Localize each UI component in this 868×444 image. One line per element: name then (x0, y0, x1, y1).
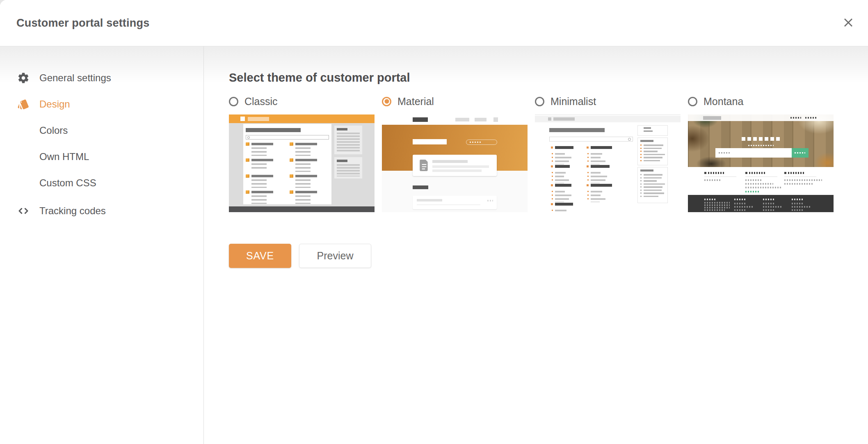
sidebar-item-label: Design (39, 98, 70, 110)
customer-portal-settings-dialog: Customer portal settings General setting… (0, 0, 868, 444)
sidebar-item-label: Custom CSS (39, 177, 96, 189)
theme-radio-minimalist[interactable]: Minimalist (535, 96, 681, 107)
theme-radio-montana[interactable]: Montana (688, 96, 834, 107)
close-icon (843, 17, 854, 30)
theme-thumbnail-minimalist[interactable] (535, 114, 681, 212)
radio-icon (382, 97, 391, 106)
page-title: Select theme of customer portal (229, 71, 868, 85)
sidebar-item-custom-css[interactable]: Custom CSS (0, 170, 203, 196)
radio-icon (535, 97, 544, 106)
theme-option-material: Material (382, 96, 528, 212)
sidebar-item-label: Tracking codes (39, 205, 106, 217)
theme-option-classic: Classic (229, 96, 375, 212)
theme-option-montana: Montana (688, 96, 834, 212)
radio-icon (688, 97, 697, 106)
dialog-title: Customer portal settings (16, 17, 149, 30)
theme-label: Minimalist (550, 96, 596, 108)
theme-thumbnail-montana[interactable] (688, 114, 834, 212)
theme-radio-material[interactable]: Material (382, 96, 528, 107)
sidebar-item-label: Own HTML (39, 151, 89, 162)
code-icon (17, 205, 30, 217)
theme-option-minimalist: Minimalist (535, 96, 681, 212)
design-settings-panel: Select theme of customer portal Classic (204, 46, 868, 444)
theme-label: Montana (704, 96, 743, 108)
preview-button[interactable]: Preview (299, 244, 371, 268)
palette-swatch-icon (17, 98, 30, 110)
save-button[interactable]: SAVE (229, 244, 291, 268)
sidebar-item-colors[interactable]: Colors (0, 117, 203, 144)
sidebar-item-label: Colors (39, 125, 68, 136)
close-button[interactable] (838, 12, 859, 34)
sidebar-item-label: General settings (39, 72, 111, 84)
theme-label: Material (397, 96, 434, 108)
theme-thumbnail-material[interactable] (382, 114, 528, 212)
sidebar-item-design[interactable]: Design (0, 91, 203, 117)
theme-label: Classic (244, 96, 278, 108)
settings-sidebar: General settings Design Colors Own HTML … (0, 46, 204, 444)
radio-icon (229, 97, 238, 106)
theme-radio-classic[interactable]: Classic (229, 96, 375, 107)
sidebar-item-tracking-codes[interactable]: Tracking codes (0, 198, 203, 224)
theme-options-grid: Classic (229, 96, 868, 212)
sidebar-item-own-html[interactable]: Own HTML (0, 144, 203, 170)
dialog-header: Customer portal settings (0, 0, 868, 46)
sidebar-item-general-settings[interactable]: General settings (0, 65, 203, 91)
action-buttons: SAVE Preview (229, 244, 868, 268)
gear-icon (17, 72, 30, 84)
theme-thumbnail-classic[interactable] (229, 114, 375, 212)
